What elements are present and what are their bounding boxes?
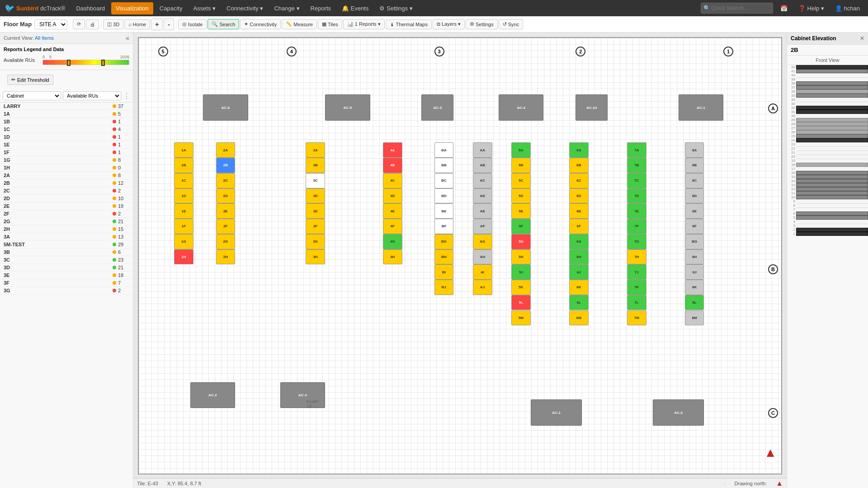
cabinet-row[interactable]: LARRY37 [0, 103, 133, 110]
collapse-panel-button[interactable]: « [126, 34, 129, 42]
cabinet-row[interactable]: 3E18 [0, 272, 133, 279]
cabinet-row[interactable]: 2E19 [0, 202, 133, 210]
cab-1d[interactable]: 1D [174, 188, 193, 204]
user-menu[interactable]: 👤 hchan [831, 3, 863, 14]
zoom-in-button[interactable]: + [151, 19, 163, 30]
cab-2d[interactable]: 2D [216, 188, 236, 204]
drag-handle-icon[interactable]: ⋮ [123, 92, 130, 100]
cab-7l[interactable]: 7L [627, 295, 646, 310]
measure-button[interactable]: 📏 Measure [282, 19, 317, 29]
tiles-button[interactable]: ▦ Tiles [318, 19, 342, 29]
cabinet-row[interactable]: 3D21 [0, 264, 133, 272]
metric-filter-select[interactable]: Available RUs [63, 91, 121, 100]
cabinet-row[interactable]: 1B1 [0, 118, 133, 126]
ac-unit-top-6[interactable]: AC-1 [679, 94, 723, 121]
cab-5l[interactable]: 5L [511, 295, 531, 310]
cab-2e[interactable]: 2E [216, 203, 236, 219]
cab-5g[interactable]: 5G [511, 234, 531, 249]
cab-ad[interactable]: AD [473, 188, 492, 204]
cab-1b[interactable]: 1B [174, 158, 193, 173]
cabinet-row[interactable]: 3F7 [0, 279, 133, 287]
cab-6c[interactable]: 6C [569, 173, 589, 188]
ac-unit-top-1[interactable]: AC-6 [203, 94, 248, 121]
cabinet-row[interactable]: 2D10 [0, 195, 133, 202]
cab-8e[interactable]: 8E [685, 203, 704, 219]
cab-6e[interactable]: 6E [569, 203, 589, 219]
cab-1g[interactable]: 1G [174, 234, 193, 249]
cab-2c[interactable]: 2C [216, 173, 236, 188]
cab-8m[interactable]: 8M [685, 310, 704, 326]
cab-8g[interactable]: BG [685, 234, 704, 249]
cab-8c[interactable]: 8C [685, 173, 704, 188]
cab-8k[interactable]: 8K [685, 280, 704, 295]
cab-3a[interactable]: 3A [306, 142, 325, 158]
isolate-button[interactable]: ◎ Isolate [178, 19, 207, 29]
cabinet-row[interactable]: 3A13 [0, 233, 133, 241]
cab-5b[interactable]: 5B [511, 158, 531, 173]
settings-button[interactable]: ⚙ Settings [466, 19, 498, 29]
nav-assets[interactable]: Assets ▾ [189, 2, 220, 14]
cabinet-row[interactable]: 2C2 [0, 187, 133, 195]
cab-aa[interactable]: AA [473, 142, 492, 158]
cab-bi[interactable]: BI [434, 264, 454, 280]
cab-6b[interactable]: 6B [569, 158, 589, 173]
cab-7e[interactable]: 7E [627, 203, 646, 219]
cab-ac[interactable]: AC [473, 173, 492, 188]
cab-6h[interactable]: 6H [569, 249, 589, 265]
cabinet-row[interactable]: 1F1 [0, 149, 133, 156]
cabinet-row[interactable]: 1H0 [0, 164, 133, 172]
cab-7b[interactable]: 7B [627, 158, 646, 173]
cabinet-row[interactable]: 2B12 [0, 179, 133, 187]
cab-3c[interactable]: 3C [306, 173, 325, 188]
nav-dashboard[interactable]: Dashboard [71, 2, 109, 14]
cab-2g[interactable]: 2G [216, 234, 236, 249]
cab-7c[interactable]: 7C [627, 173, 646, 188]
cabinet-row[interactable]: 1A5 [0, 110, 133, 118]
nav-reports[interactable]: Reports [306, 2, 336, 14]
cab-4g[interactable]: 4G [383, 234, 402, 249]
site-selector[interactable]: SITE A [34, 19, 67, 29]
ac-unit-top-4[interactable]: AC-4 [499, 94, 543, 121]
cab-ah[interactable]: AH [473, 249, 492, 265]
cab-5h[interactable]: 5H [511, 249, 531, 265]
ac-unit-top-3[interactable]: AC-3 [421, 94, 453, 121]
calendar-icon[interactable]: 📅 [777, 3, 791, 14]
cab-bh[interactable]: BH [434, 249, 454, 265]
cab-2a[interactable]: 2A [216, 142, 236, 158]
ac-unit-top-5[interactable]: AC-24 [576, 94, 608, 121]
cab-ai[interactable]: AI [473, 264, 492, 280]
ac-unit-top-2[interactable]: AC-5 [325, 94, 370, 121]
cab-1e[interactable]: 1E [174, 203, 193, 219]
cab-6l[interactable]: 6L [569, 295, 589, 310]
cab-3f[interactable]: 3F [306, 219, 325, 234]
cab-5d[interactable]: 5D [511, 188, 531, 204]
nav-change[interactable]: Change ▾ [269, 2, 304, 14]
cab-4h[interactable]: 4H [383, 249, 402, 265]
cab-6f[interactable]: 6F [569, 219, 589, 234]
cab-3e[interactable]: 3E [306, 203, 325, 219]
cab-8l[interactable]: 8L [685, 295, 704, 310]
cab-1h[interactable]: 1H [174, 249, 193, 265]
cab-5j[interactable]: 5J [511, 264, 531, 280]
map-area[interactable]: 5 4 3 2 1 A B C AC-6 AC-5 AC-3 AC-4 AC-2… [133, 33, 787, 488]
cab-5m[interactable]: 5M [511, 310, 531, 326]
cab-1c[interactable]: 1C [174, 173, 193, 188]
cab-2h[interactable]: 2H [216, 249, 236, 265]
cab-7g[interactable]: 7G [627, 234, 646, 249]
sync-button[interactable]: ↺ Sync [499, 19, 523, 29]
cab-8a[interactable]: 8A [685, 142, 704, 158]
cab-5e[interactable]: 5E [511, 203, 531, 219]
cab-8j[interactable]: 8J [685, 264, 704, 280]
cab-2b[interactable]: 2B [216, 158, 236, 173]
cab-bc[interactable]: BC [434, 173, 454, 188]
nav-connectivity[interactable]: Connectivity ▾ [222, 2, 268, 14]
cab-7d[interactable]: 7D [627, 188, 646, 204]
cabinet-row[interactable]: 3C23 [0, 256, 133, 264]
cab-6m[interactable]: 6M [569, 310, 589, 326]
cab-bg[interactable]: BG [434, 234, 454, 249]
cab-7k[interactable]: 7K [627, 280, 646, 295]
cab-1f[interactable]: 1F [174, 219, 193, 234]
nav-settings[interactable]: ⚙ Settings ▾ [375, 2, 417, 14]
cab-6j[interactable]: 6J [569, 264, 589, 280]
ac-unit-bot-1[interactable]: AC-2 [190, 382, 235, 408]
